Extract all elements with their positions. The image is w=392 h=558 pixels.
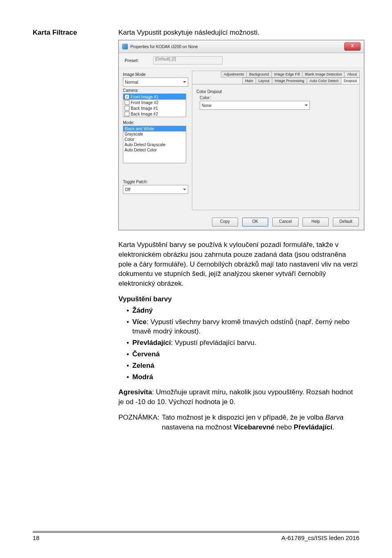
note-text-bold1: Vícebarevné (234, 423, 274, 431)
chevron-down-icon (183, 81, 186, 83)
dialog-title: Properties for KODAK i3200 on None (130, 44, 198, 49)
image-mode-label: Image Mode (123, 72, 186, 77)
note-label: POZNÁMKA: (118, 413, 159, 432)
camera-item-label: Back Image #1 (131, 106, 158, 111)
list-item-bold: Více (132, 318, 147, 326)
image-mode-combo[interactable]: Normal (123, 78, 188, 87)
tab-about[interactable]: About (344, 71, 360, 78)
image-mode-value: Normal (125, 80, 138, 84)
tab-auto-color-detect[interactable]: Auto Color Detect (307, 78, 341, 84)
note-text: Tato možnost je k dispozici jen v případ… (162, 413, 359, 432)
camera-item-label: Front Image #1 (131, 95, 158, 99)
camera-item[interactable]: Back Image #1 (123, 105, 186, 111)
checkbox-icon[interactable]: ✓ (125, 94, 129, 99)
list-item-rest: : Vypustí všechny barvy kromě tmavých od… (132, 318, 350, 336)
list-item: Červená (127, 349, 359, 359)
app-icon (122, 44, 128, 49)
note-text-bold2: Převládající (294, 423, 332, 431)
subtitle-dropout: Vypuštění barvy (118, 294, 359, 304)
help-button[interactable]: Help (303, 218, 329, 227)
note-text-italic: Barva (325, 413, 343, 421)
paragraph-aggressivity: Agresivita: Umožňuje upravit míru, nakol… (118, 387, 359, 407)
checkbox-icon[interactable] (125, 111, 129, 116)
list-item: Zelená (127, 361, 359, 371)
mode-item[interactable]: Auto Detect Grayscale (123, 142, 186, 147)
paragraph-intro: Karta Vypuštění barvy se používá k vylou… (118, 240, 359, 289)
tab-main[interactable]: Main (242, 78, 256, 84)
color-value: None (202, 103, 212, 108)
dialog-titlebar: Properties for KODAK i3200 on None X (119, 40, 364, 53)
properties-dialog: Properties for KODAK i3200 on None X Pre… (118, 40, 364, 230)
mode-item[interactable]: Grayscale (123, 131, 186, 137)
mode-list[interactable]: Black and White Grayscale Color Auto Det… (123, 126, 186, 163)
camera-list[interactable]: ✓ Front Image #1 Front Image #2 Back Ima… (123, 93, 186, 117)
list-item-bold: Červená (132, 350, 160, 358)
camera-item[interactable]: Front Image #2 (123, 100, 186, 105)
options-list: Žádný Více: Vypustí všechny barvy kromě … (118, 306, 359, 382)
aggressivity-bold: Agresivita (118, 388, 152, 396)
preset-input[interactable]: [Default] [2] (153, 56, 223, 64)
list-item-bold: Zelená (132, 362, 154, 369)
tab-image-edge-fill[interactable]: Image Edge Fill (271, 71, 303, 78)
preset-label: Preset: (125, 58, 153, 63)
page-footer: 18 A-61789_cs/ISIS leden 2016 (33, 531, 359, 541)
doc-id: A-61789_cs/ISIS leden 2016 (281, 534, 359, 541)
tab-dropout[interactable]: Dropout (341, 78, 360, 84)
tab-image-processing[interactable]: Image Processing (272, 78, 307, 84)
color-label: Color: (200, 96, 355, 100)
page-number: 18 (33, 534, 40, 541)
tab-layout[interactable]: Layout (256, 78, 272, 84)
note: POZNÁMKA: Tato možnost je k dispozici je… (118, 413, 359, 432)
list-item-rest: : Vypustí převládající barvu. (171, 339, 256, 347)
ok-button[interactable]: OK (242, 218, 268, 227)
close-button[interactable]: X (344, 42, 361, 51)
chevron-down-icon (183, 189, 186, 190)
toggle-patch-value: Off (125, 187, 130, 192)
tab-adjustments[interactable]: Adjustments (221, 71, 247, 78)
camera-item[interactable]: Back Image #2 (123, 111, 186, 117)
list-item: Modrá (127, 372, 359, 382)
camera-item-label: Back Image #2 (131, 112, 158, 116)
note-text-or: nebo (274, 423, 294, 431)
mode-item[interactable]: Black and White (123, 126, 186, 131)
checkbox-icon[interactable] (125, 100, 129, 105)
list-item: Žádný (127, 306, 359, 316)
list-item: Více: Vypustí všechny barvy kromě tmavýc… (127, 317, 359, 337)
default-button[interactable]: Default (333, 218, 359, 227)
camera-item-label: Front Image #2 (131, 100, 158, 105)
color-dropout-combo[interactable]: None (200, 101, 310, 110)
toggle-patch-combo[interactable]: Off (123, 185, 188, 194)
note-text-end: . (332, 423, 334, 431)
list-item-bold: Žádný (132, 307, 153, 314)
section-title-left: Karta Filtrace (33, 29, 114, 37)
camera-item[interactable]: ✓ Front Image #1 (123, 94, 186, 100)
mode-item[interactable]: Auto Detect Color (123, 147, 186, 153)
mode-label: Mode: (123, 120, 186, 125)
note-text-mid: nastavena na možnost (162, 423, 234, 431)
list-item: Převládající: Vypustí převládající barvu… (127, 338, 359, 348)
aggressivity-rest: : Umožňuje upravit míru, nakolik jsou vy… (118, 388, 353, 406)
copy-button[interactable]: Copy (212, 218, 238, 227)
list-item-bold: Modrá (132, 373, 153, 381)
section-intro: Karta Vypustit poskytuje následující mož… (114, 29, 359, 37)
color-dropout-group-label: Color Dropout (196, 89, 355, 94)
checkbox-icon[interactable] (125, 106, 129, 111)
camera-label: Camera: (123, 88, 186, 93)
mode-item[interactable]: Color (123, 137, 186, 142)
note-text-pre: Tato možnost je k dispozici jen v případ… (162, 413, 325, 421)
tab-background[interactable]: Background (246, 71, 272, 78)
cancel-button[interactable]: Cancel (272, 218, 298, 227)
toggle-patch-label: Toggle Patch: (123, 180, 186, 184)
list-item-bold: Převládající (132, 339, 171, 347)
tab-blank-image-detection[interactable]: Blank Image Detection (302, 71, 345, 78)
chevron-down-icon (305, 104, 308, 106)
